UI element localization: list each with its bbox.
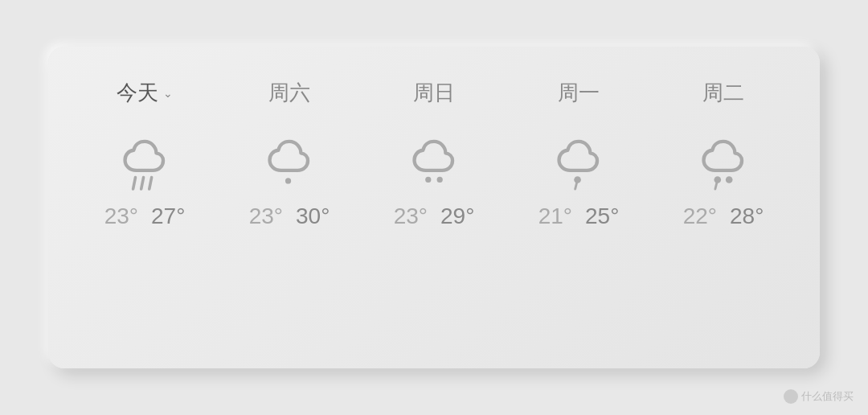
svg-line-0 <box>133 178 136 189</box>
chevron-icon[interactable]: ⌄ <box>163 87 173 100</box>
temps-1: 23°30° <box>249 203 330 229</box>
temp-low-2: 23° <box>394 203 428 229</box>
temp-high-1: 30° <box>296 203 330 229</box>
day-name-2: 周日 <box>413 79 455 107</box>
svg-line-1 <box>141 178 144 189</box>
svg-line-2 <box>149 178 152 189</box>
weather-card: 今天⌄ 23°27°周六 23°30°周日 23°29°周一 21°25°周二 … <box>48 47 820 368</box>
day-label-2: 周日 <box>413 79 455 107</box>
temp-high-0: 27° <box>151 203 185 229</box>
day-name-4: 周二 <box>702 79 744 107</box>
svg-point-4 <box>425 177 431 183</box>
watermark-text: 什么值得买 <box>801 389 854 404</box>
watermark-logo <box>784 389 798 404</box>
temp-low-0: 23° <box>104 203 138 229</box>
day-name-1: 周六 <box>268 79 310 107</box>
temp-low-4: 22° <box>683 203 717 229</box>
day-col-4: 周二 22°28° <box>651 79 796 229</box>
day-label-4: 周二 <box>702 79 744 107</box>
day-label-3: 周一 <box>558 79 600 107</box>
weather-icon-heavy-rain <box>116 131 174 179</box>
temps-4: 22°28° <box>683 203 764 229</box>
temp-high-2: 29° <box>440 203 474 229</box>
day-col-2: 周日 23°29° <box>362 79 506 229</box>
watermark: 什么值得买 <box>784 389 854 404</box>
weather-icon-drizzle-2 <box>694 131 752 179</box>
temps-2: 23°29° <box>394 203 475 229</box>
day-name-0: 今天 <box>117 79 158 107</box>
weather-icon-drizzle <box>550 131 608 179</box>
svg-point-5 <box>437 177 443 183</box>
day-name-3: 周一 <box>558 79 600 107</box>
svg-point-10 <box>726 176 733 183</box>
day-col-3: 周一 21°25° <box>506 79 651 229</box>
temp-low-1: 23° <box>249 203 283 229</box>
svg-point-3 <box>285 178 291 183</box>
temp-high-4: 28° <box>730 203 764 229</box>
temps-3: 21°25° <box>538 203 620 229</box>
weather-icon-light-rain-2 <box>405 131 463 179</box>
temp-low-3: 21° <box>538 203 572 229</box>
temps-0: 23°27° <box>104 203 186 229</box>
day-label-0[interactable]: 今天⌄ <box>117 79 173 107</box>
temp-high-3: 25° <box>585 203 619 229</box>
day-col-0: 今天⌄ 23°27° <box>72 79 217 229</box>
days-row: 今天⌄ 23°27°周六 23°30°周日 23°29°周一 21°25°周二 … <box>72 79 796 229</box>
weather-icon-light-rain <box>260 131 318 179</box>
day-label-1: 周六 <box>268 79 310 107</box>
day-col-1: 周六 23°30° <box>217 79 362 229</box>
